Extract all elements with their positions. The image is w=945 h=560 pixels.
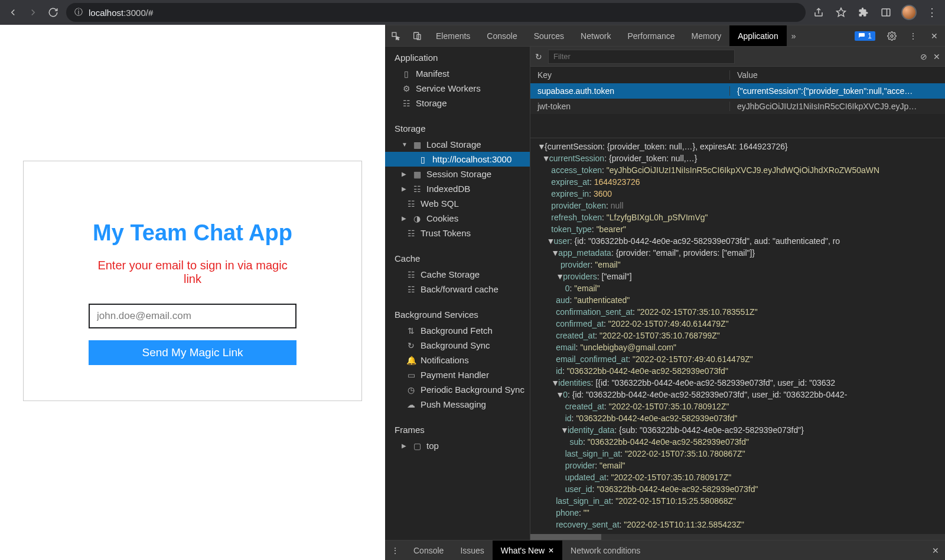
- reload-icon[interactable]: [46, 5, 60, 19]
- chevron-right-icon: ▶: [402, 171, 408, 177]
- refresh-icon[interactable]: ↻: [535, 52, 542, 61]
- close-icon[interactable]: ✕: [548, 546, 554, 555]
- sidebar-item-indexeddb[interactable]: ▶☷IndexedDB: [385, 181, 530, 196]
- table-row[interactable]: jwt-token eyJhbGciOiJIUzI1NiIsInR5cCI6Ik…: [530, 99, 945, 114]
- tab-sources[interactable]: Sources: [526, 25, 572, 46]
- sidebar-item-service-workers[interactable]: ⚙Service Workers: [385, 81, 530, 96]
- sidebar-item-trust-tokens[interactable]: ☷Trust Tokens: [385, 226, 530, 240]
- back-icon[interactable]: [6, 5, 20, 19]
- panel-icon[interactable]: [879, 5, 893, 19]
- sidebar-item-session-storage[interactable]: ▶▦Session Storage: [385, 167, 530, 181]
- svg-rect-0: [882, 9, 890, 16]
- grid-icon: ▦: [412, 170, 422, 179]
- tab-network[interactable]: Network: [572, 25, 619, 46]
- sidebar-item-bg-fetch[interactable]: ⇅Background Fetch: [385, 323, 530, 338]
- section-cache: Cache: [385, 248, 530, 267]
- drawer-tab-network-conditions[interactable]: Network conditions: [562, 541, 649, 560]
- drawer-close-icon[interactable]: ✕: [926, 546, 945, 555]
- gear-icon: ⚙: [402, 84, 411, 93]
- svg-point-5: [891, 35, 893, 37]
- page-viewport: My Team Chat App Enter your email to sig…: [0, 25, 385, 560]
- file-icon: ▯: [418, 155, 428, 164]
- clear-icon[interactable]: ⊘: [920, 52, 927, 61]
- file-icon: ▯: [402, 69, 411, 79]
- sidebar-item-notifications[interactable]: 🔔Notifications: [385, 353, 530, 367]
- fetch-icon: ⇅: [406, 326, 416, 336]
- more-tabs-icon[interactable]: »: [787, 31, 801, 41]
- database-icon: ☷: [406, 199, 416, 209]
- svg-rect-2: [392, 32, 396, 37]
- drawer-tab-issues[interactable]: Issues: [452, 541, 492, 560]
- application-sidebar[interactable]: Application ▯Manifest ⚙Service Workers ☷…: [385, 47, 530, 540]
- horizontal-scrollbar[interactable]: [530, 534, 945, 540]
- devtools-menu-icon[interactable]: ⋮: [902, 31, 924, 41]
- extensions-icon[interactable]: [856, 5, 871, 19]
- sidebar-item-push[interactable]: ☁Push Messaging: [385, 397, 530, 412]
- sidebar-item-periodic-sync[interactable]: ◷Periodic Background Sync: [385, 382, 530, 397]
- card-icon: ▭: [406, 370, 416, 380]
- tab-application[interactable]: Application: [729, 25, 787, 46]
- cloud-icon: ☁: [406, 400, 416, 409]
- devtools-drawer: ⋮ Console Issues What's New✕ Network con…: [385, 540, 945, 560]
- database-icon: ☷: [412, 184, 422, 194]
- devtools-close-icon[interactable]: ✕: [924, 31, 945, 41]
- settings-icon[interactable]: [881, 31, 902, 41]
- cell-value: {"currentSession":{"provider_token":null…: [730, 86, 945, 96]
- header-value: Value: [730, 70, 945, 80]
- issues-badge[interactable]: 1: [855, 31, 875, 41]
- sidebar-item-local-storage-origin[interactable]: ▯http://localhost:3000: [385, 152, 530, 167]
- sidebar-item-manifest[interactable]: ▯Manifest: [385, 66, 530, 81]
- sign-in-subtitle: Enter your email to sign in via magic li…: [89, 259, 296, 286]
- sidebar-item-local-storage[interactable]: ▼▦Local Storage: [385, 137, 530, 152]
- storage-toolbar: ↻ ⊘ ✕: [530, 47, 945, 67]
- sidebar-item-bg-sync[interactable]: ↻Background Sync: [385, 338, 530, 353]
- browser-toolbar: ⓘ localhost:3000/# ⋮: [0, 0, 945, 25]
- star-icon[interactable]: [834, 5, 848, 19]
- sync-icon: ↻: [406, 341, 416, 350]
- sidebar-item-cookies[interactable]: ▶◑Cookies: [385, 211, 530, 226]
- chrome-menu-icon[interactable]: ⋮: [925, 5, 939, 19]
- drawer-tab-console[interactable]: Console: [405, 541, 452, 560]
- tab-console[interactable]: Console: [478, 25, 525, 46]
- sidebar-item-storage[interactable]: ☷Storage: [385, 96, 530, 110]
- tab-performance[interactable]: Performance: [619, 25, 683, 46]
- issues-badge-count: 1: [868, 32, 872, 40]
- send-magic-link-button[interactable]: Send My Magic Link: [89, 340, 296, 365]
- share-icon[interactable]: [812, 5, 826, 19]
- devtools-panel: Elements Console Sources Network Perform…: [385, 25, 945, 560]
- forward-icon[interactable]: [26, 5, 40, 19]
- device-toggle-icon[interactable]: [406, 31, 428, 41]
- sidebar-item-websql[interactable]: ☷Web SQL: [385, 196, 530, 211]
- tab-memory[interactable]: Memory: [683, 25, 730, 46]
- table-row[interactable]: supabase.auth.token {"currentSession":{"…: [530, 83, 945, 99]
- drawer-menu-icon[interactable]: ⋮: [385, 546, 405, 555]
- sidebar-item-bfcache[interactable]: ☷Back/forward cache: [385, 282, 530, 297]
- chevron-down-icon: ▼: [402, 141, 408, 148]
- section-background-services: Background Services: [385, 304, 530, 323]
- sidebar-item-frame-top[interactable]: ▶▢top: [385, 438, 530, 453]
- bell-icon: 🔔: [406, 356, 416, 365]
- sidebar-item-payment-handler[interactable]: ▭Payment Handler: [385, 367, 530, 382]
- clock-icon: ◷: [406, 385, 416, 395]
- profile-avatar[interactable]: [901, 5, 917, 20]
- header-key: Key: [530, 70, 730, 80]
- cell-key: supabase.auth.token: [530, 86, 730, 96]
- database-icon: ☷: [406, 229, 416, 238]
- cell-key: jwt-token: [530, 102, 730, 111]
- filter-input[interactable]: [548, 50, 735, 64]
- chevron-right-icon: ▶: [402, 185, 408, 192]
- close-icon[interactable]: ✕: [933, 52, 940, 61]
- email-input[interactable]: [89, 304, 296, 328]
- local-storage-table[interactable]: Key Value supabase.auth.token {"currentS…: [530, 67, 945, 138]
- url-bar[interactable]: ⓘ localhost:3000/#: [66, 3, 806, 22]
- drawer-tab-whats-new[interactable]: What's New✕: [493, 541, 562, 560]
- inspect-icon[interactable]: [385, 31, 406, 41]
- sign-in-card: My Team Chat App Enter your email to sig…: [23, 161, 362, 401]
- tab-elements[interactable]: Elements: [428, 25, 478, 46]
- chevron-right-icon: ▶: [402, 215, 408, 222]
- sidebar-item-cache-storage[interactable]: ☷Cache Storage: [385, 267, 530, 282]
- chevron-right-icon: ▶: [402, 442, 408, 449]
- cookie-icon: ◑: [412, 214, 422, 223]
- site-info-icon[interactable]: ⓘ: [74, 7, 83, 18]
- json-preview[interactable]: ▼ {currentSession: {provider_token: null…: [530, 138, 945, 534]
